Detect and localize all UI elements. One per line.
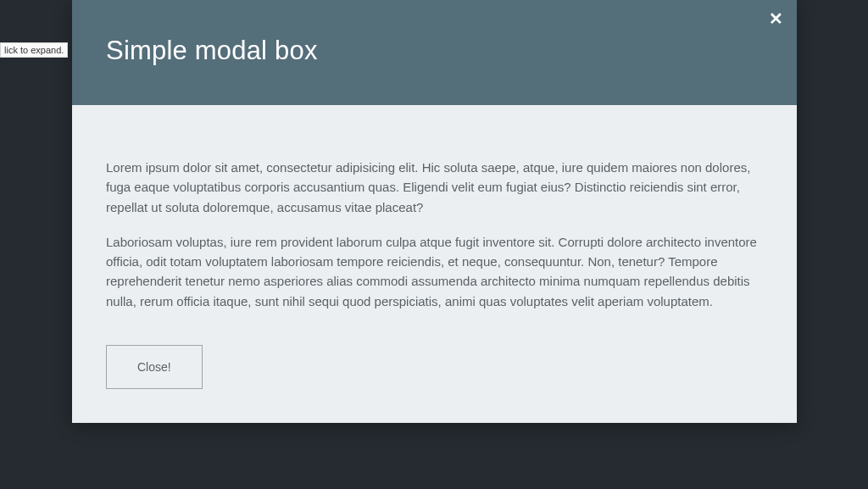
modal-paragraph: Laboriosam voluptas, iure rem provident … [106,232,763,311]
modal-header: ✕ Simple modal box [72,0,797,105]
close-icon[interactable]: ✕ [769,10,783,27]
modal-paragraph: Lorem ipsum dolor sit amet, consectetur … [106,158,763,217]
modal-dialog: ✕ Simple modal box Lorem ipsum dolor sit… [72,0,797,423]
modal-title: Simple modal box [106,36,763,66]
close-button[interactable]: Close! [106,345,203,389]
modal-body: Lorem ipsum dolor sit amet, consectetur … [72,105,797,423]
expand-tooltip: lick to expand. [0,42,68,58]
